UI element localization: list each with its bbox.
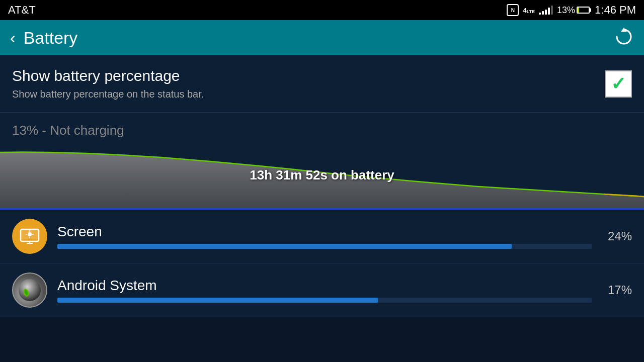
battery-icon xyxy=(577,7,591,14)
carrier-label: AT&T xyxy=(8,4,36,17)
app-bar-left: ‹ Battery xyxy=(10,28,77,48)
android-bar-container xyxy=(57,298,592,303)
screen-bar-container xyxy=(57,244,592,249)
signal-bar-2 xyxy=(542,11,544,15)
battery-outer xyxy=(577,7,590,14)
app-bar: ‹ Battery xyxy=(0,20,644,55)
status-bar-right: N 4LTE 13% 1:46 PM xyxy=(507,4,636,17)
battery-percentage-title: Show battery percentage xyxy=(12,67,605,84)
svg-point-6 xyxy=(28,232,32,236)
battery-percentage-checkbox[interactable]: ✓ xyxy=(605,70,632,98)
battery-percentage-subtitle: Show battery percentage on the status ba… xyxy=(12,88,605,100)
apps-list: Screen 24% xyxy=(0,210,644,317)
android-system-icon xyxy=(12,273,47,308)
nfc-icon: N xyxy=(507,4,519,16)
battery-percent-label: 13% xyxy=(557,5,575,16)
screen-icon-svg xyxy=(19,225,41,247)
signal-bar-3 xyxy=(545,10,547,15)
screen-app-info: Screen xyxy=(57,224,592,249)
android-icon-svg xyxy=(17,278,42,303)
checkmark-icon: ✓ xyxy=(611,75,626,93)
battery-percentage-row[interactable]: Show battery percentage Show battery per… xyxy=(0,55,644,113)
svg-point-11 xyxy=(19,279,41,301)
android-percentage: 17% xyxy=(602,283,632,297)
app-row-android[interactable]: Android System 17% xyxy=(0,263,644,317)
screen-app-name: Screen xyxy=(57,224,592,240)
app-row-screen[interactable]: Screen 24% xyxy=(0,210,644,263)
battery-graph: 13h 31m 52s on battery xyxy=(0,142,644,208)
main-content: Show battery percentage Show battery per… xyxy=(0,55,644,317)
signal-bars-icon xyxy=(539,6,553,15)
lte-icon: 4LTE xyxy=(523,7,535,14)
signal-bar-5 xyxy=(551,6,553,15)
status-bar: AT&T N 4LTE 13% 1:46 PM xyxy=(0,0,644,20)
screen-bar-fill xyxy=(57,244,512,249)
battery-percentage-text: Show battery percentage Show battery per… xyxy=(12,67,605,100)
signal-bar-1 xyxy=(539,13,541,15)
page-title: Battery xyxy=(24,28,78,48)
signal-bar-4 xyxy=(548,8,550,15)
screen-app-icon xyxy=(12,219,47,254)
android-bar-fill xyxy=(57,298,378,303)
refresh-button[interactable] xyxy=(614,27,634,49)
battery-fill xyxy=(578,8,579,13)
graph-time-label: 13h 31m 52s on battery xyxy=(250,167,394,183)
screen-percentage: 24% xyxy=(602,229,632,243)
battery-status: 13% xyxy=(557,5,591,16)
status-time: 1:46 PM xyxy=(595,4,636,17)
back-button[interactable]: ‹ xyxy=(10,30,16,46)
battery-status-text: 13% - Not charging xyxy=(0,113,644,142)
android-app-name: Android System xyxy=(57,278,592,294)
refresh-icon xyxy=(614,27,634,47)
android-app-info: Android System xyxy=(57,278,592,303)
